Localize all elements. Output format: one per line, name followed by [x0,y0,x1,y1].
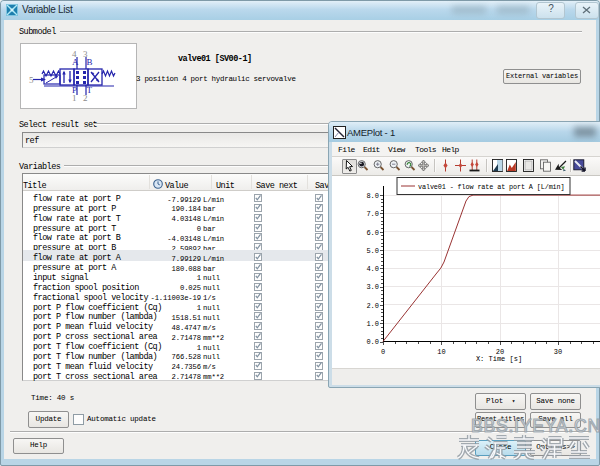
svg-text:T: T [87,85,93,95]
svg-text:P: P [72,85,77,95]
svg-text:0.0: 0.0 [366,338,379,346]
svg-text:valve01 - flow rate at port A: valve01 - flow rate at port A [L/min] [418,183,564,191]
svg-text:B: B [87,57,93,67]
svg-text:2.0: 2.0 [366,302,379,310]
svg-text:A: A [72,57,79,67]
svg-text:0: 0 [381,348,385,356]
svg-text:10: 10 [437,348,445,356]
svg-text:5: 5 [29,75,34,85]
svg-text:1.0: 1.0 [366,320,379,328]
svg-text:3.0: 3.0 [366,283,379,291]
svg-text:6.0: 6.0 [366,229,379,237]
svg-text:30: 30 [554,348,562,356]
svg-text:5.0: 5.0 [366,247,379,255]
svg-text:4.0: 4.0 [366,265,379,273]
svg-text:X: Time [s]: X: Time [s] [476,355,522,363]
svg-text:7.0: 7.0 [366,210,379,218]
svg-text:8.0: 8.0 [366,192,379,200]
